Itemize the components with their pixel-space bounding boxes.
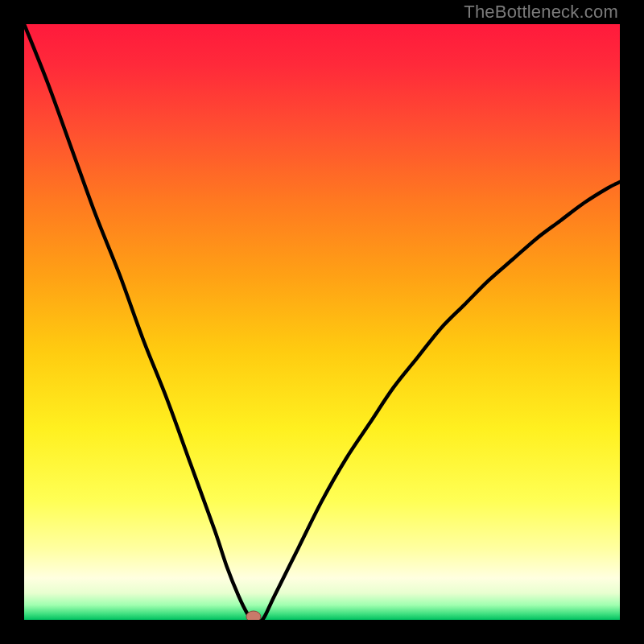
svg-point-1	[246, 611, 261, 620]
watermark-text: TheBottleneck.com	[464, 2, 618, 23]
plot-area	[24, 24, 620, 620]
bottleneck-curve	[24, 24, 620, 620]
